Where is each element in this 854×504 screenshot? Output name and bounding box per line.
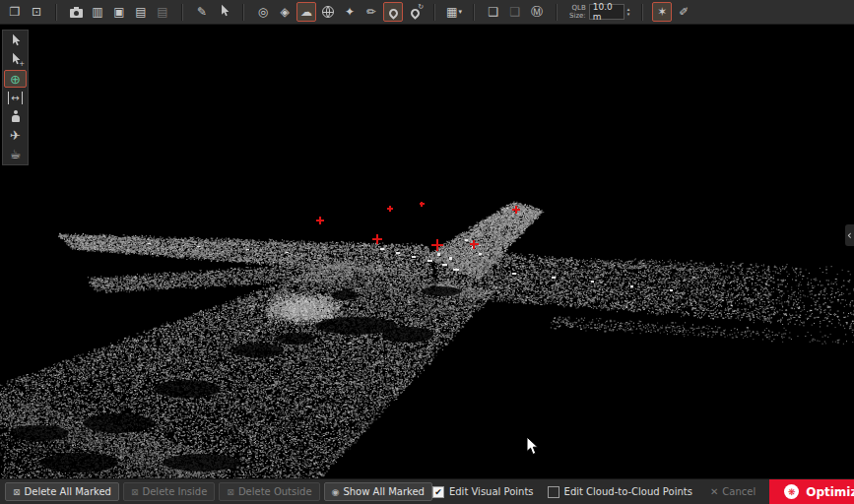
marker-vertical-line <box>515 206 517 214</box>
edit-visual-points-checkbox-box[interactable]: ✔ <box>432 486 444 498</box>
brush-icon[interactable]: ✐ <box>674 2 693 22</box>
select-cursor-icon[interactable] <box>4 32 27 50</box>
optimize-bundle-label: Optimize Bundle <box>806 485 854 499</box>
measure-width-icon[interactable]: ↔ <box>4 89 27 106</box>
marker-vertical-line <box>376 234 378 244</box>
circle-select-icon[interactable]: ◎ <box>253 2 273 22</box>
show-all-marked-label: Show All Marked <box>343 486 425 497</box>
pedestrian-view-icon[interactable] <box>4 107 27 125</box>
draw-line-glyph: ✎ <box>197 5 207 19</box>
cancel-button[interactable]: ✕ Cancel <box>704 485 761 498</box>
optimize-bundle-button[interactable]: ❋ Optimize Bundle <box>769 479 854 504</box>
optimize-bundle-icon: ❋ <box>784 484 799 499</box>
application-window: ❐⊡▥▣▤▤✎◎◈☁✦✏↻▦▾❑❑ⓂQLBSize:10.0 m▴▾✶✐ +⊕↔… <box>0 0 854 504</box>
move-point-tool-icon[interactable]: ⊕ <box>4 70 27 88</box>
fly-navigation-icon[interactable]: ✈ <box>4 126 27 144</box>
star-marker-icon[interactable]: ✦ <box>340 2 360 22</box>
grid-display-glyph: ▦ <box>446 5 457 19</box>
pick-cursor-icon[interactable] <box>214 2 233 22</box>
pedestrian-view-glyph <box>11 110 21 123</box>
edit-cloud-to-cloud-checkbox-label: Edit Cloud-to-Cloud Points <box>564 486 692 497</box>
delete-all-marked-button[interactable]: ⊠Delete All Marked <box>5 482 119 501</box>
qlb-label-line1: QLB <box>569 4 586 12</box>
edit-visual-points-checkbox-label: Edit Visual Points <box>449 486 534 497</box>
show-all-marked-button[interactable]: ◉Show All Marked <box>324 482 432 501</box>
image-pane-2-glyph: ▤ <box>157 5 167 19</box>
cloud-points-icon[interactable]: ☁ <box>296 2 316 22</box>
edit-cloud-to-cloud-checkbox[interactable]: Edit Cloud-to-Cloud Points <box>548 486 692 498</box>
control-point-marker[interactable] <box>372 234 382 244</box>
pick-point-cursor-icon[interactable]: + <box>4 51 27 69</box>
grid-display-icon[interactable]: ▦▾ <box>444 2 464 22</box>
toolbar-separator <box>55 4 57 21</box>
control-point-marker[interactable] <box>512 206 520 214</box>
optimize-wand-icon[interactable]: ✶ <box>652 2 672 22</box>
camera-icon[interactable] <box>66 2 86 22</box>
delete-inside-button: ⊠Delete Inside <box>123 482 215 501</box>
delete-outside-icon: ⊠ <box>227 487 234 497</box>
camera-glyph <box>70 9 83 18</box>
star-marker-glyph: ✦ <box>345 5 355 19</box>
pin-adjust-icon[interactable]: ↻ <box>405 2 425 22</box>
tag-icon[interactable]: ◈ <box>275 2 295 22</box>
edit-cloud-to-cloud-checkbox-box[interactable] <box>548 486 559 498</box>
dropdown-caret-icon[interactable]: ▾ <box>458 8 462 16</box>
spin-down-icon[interactable]: ▾ <box>627 12 630 17</box>
image-pane-icon[interactable]: ▤ <box>131 2 151 22</box>
cube-view-2-glyph: ❑ <box>510 5 521 19</box>
pen-icon[interactable]: ✏ <box>361 2 381 22</box>
split-view-icon[interactable]: ▥ <box>88 2 107 22</box>
cube-m-icon[interactable]: Ⓜ <box>527 2 547 22</box>
single-view-icon[interactable]: ▣ <box>109 2 129 22</box>
plus-glyph: + <box>19 60 25 68</box>
control-point-marker[interactable] <box>387 206 393 212</box>
snapshot-icon[interactable]: ❐ <box>5 2 25 22</box>
tag-glyph: ◈ <box>280 5 289 19</box>
globe-icon[interactable] <box>318 2 338 22</box>
marker-vertical-line <box>319 217 321 224</box>
frame-capture-glyph: ⊡ <box>32 5 41 19</box>
location-pin-icon[interactable] <box>383 2 403 22</box>
cancel-label: Cancel <box>722 486 755 497</box>
optimize-wand-glyph: ✶ <box>657 5 667 19</box>
toolbar-separator <box>556 4 558 21</box>
snapshot-glyph: ❐ <box>10 5 21 19</box>
qlb-size-spinner[interactable]: ▴▾ <box>627 7 630 17</box>
marked-points-actions: ⊠Delete All Marked⊠Delete Inside⊠Delete … <box>5 482 432 501</box>
image-pane-2-icon[interactable]: ▤ <box>153 2 172 22</box>
select-cursor-glyph <box>9 33 22 49</box>
control-point-marker[interactable] <box>431 239 443 251</box>
circle-select-glyph: ◎ <box>258 5 268 19</box>
side-panel-expander[interactable]: ‹ <box>845 224 854 246</box>
draw-line-icon[interactable]: ✎ <box>192 2 212 22</box>
brush-glyph: ✐ <box>679 5 689 19</box>
pen-glyph: ✏ <box>366 5 376 19</box>
control-point-marker[interactable] <box>420 202 425 207</box>
paint-tool-icon[interactable]: ☕ <box>4 145 27 162</box>
toolbar-separator <box>473 4 475 21</box>
toolbar-separator <box>433 4 435 21</box>
qlb-size-input[interactable]: 10.0 m <box>589 4 624 20</box>
move-point-tool-glyph: ⊕ <box>10 72 21 87</box>
left-tool-palette: +⊕↔✈☕ <box>2 30 29 165</box>
cloud-points-glyph: ☁ <box>300 5 312 19</box>
delete-inside-icon: ⊠ <box>131 487 139 497</box>
cancel-x-icon: ✕ <box>710 486 718 497</box>
toolbar-separator <box>242 4 244 21</box>
show-all-marked-icon: ◉ <box>332 487 340 497</box>
cube-view-2-icon[interactable]: ❑ <box>505 2 525 22</box>
edit-visual-points-checkbox[interactable]: ✔Edit Visual Points <box>432 486 534 498</box>
qlb-label-line2: Size: <box>569 12 586 20</box>
cube-m-glyph: Ⓜ <box>531 4 543 21</box>
qlb-size-control: QLBSize:10.0 m▴▾ <box>569 4 629 20</box>
control-point-marker[interactable] <box>316 217 324 224</box>
control-point-marker[interactable] <box>470 240 479 249</box>
split-view-glyph: ▥ <box>92 5 102 19</box>
frame-capture-icon[interactable]: ⊡ <box>27 2 46 22</box>
delete-inside-label: Delete Inside <box>143 486 208 497</box>
point-cloud-viewport[interactable] <box>0 0 854 504</box>
bottom-bar: ⊠Delete All Marked⊠Delete Inside⊠Delete … <box>0 478 854 504</box>
toolbar-separator <box>641 4 643 21</box>
fly-navigation-glyph: ✈ <box>10 128 21 143</box>
cube-view-icon[interactable]: ❑ <box>484 2 503 22</box>
